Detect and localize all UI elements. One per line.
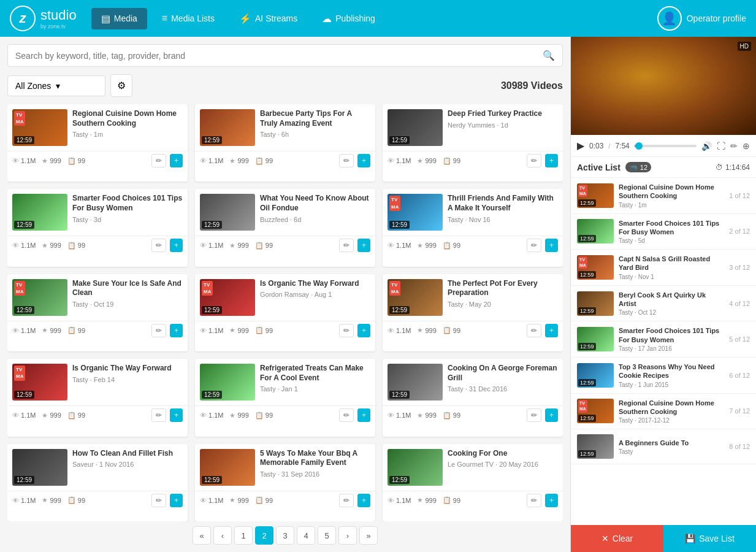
page-5[interactable]: 5	[318, 526, 336, 545]
list-item[interactable]: 12:59 A Beginners Guide To Tasty 8 of 12	[571, 429, 756, 464]
list-item[interactable]: TV MA 12:59 Regional Cuisine Down Home S…	[571, 394, 756, 430]
add-icon[interactable]: ⊕	[743, 141, 750, 151]
edit-card-button[interactable]: ✏	[527, 324, 541, 337]
list-item[interactable]: 12:59 Smarter Food Choices 101 Tips For …	[571, 321, 756, 358]
add-card-button[interactable]: +	[545, 324, 558, 337]
add-card-button[interactable]: +	[545, 408, 558, 422]
eye-icon: 👁	[12, 327, 19, 334]
add-card-button[interactable]: +	[357, 239, 370, 252]
add-card-button[interactable]: +	[545, 239, 558, 252]
star-icon: ★	[229, 157, 235, 165]
filter-button[interactable]: ⚙	[110, 74, 132, 97]
page-next[interactable]: ›	[338, 526, 357, 545]
video-card[interactable]: 12:59 What You Need To Know About Oil Fo…	[195, 189, 375, 266]
nav-media-lists[interactable]: ≡ Media Lists	[152, 8, 224, 29]
card-top: 12:59 How To Clean And Fillet Fish Saveu…	[7, 444, 188, 491]
progress-handle[interactable]	[635, 142, 643, 150]
video-card[interactable]: 12:59 Refrigerated Treats Can Make For A…	[195, 359, 375, 436]
save-list-button[interactable]: 💾 Save List	[663, 525, 756, 552]
list-item-title: A Beginners Guide To	[619, 439, 724, 447]
add-card-button[interactable]: +	[357, 494, 370, 507]
add-card-button[interactable]: +	[545, 154, 558, 167]
list-item[interactable]: 12:59 Beryl Cook S Art Quirky Uk Artist …	[571, 286, 756, 322]
clear-button[interactable]: ✕ Clear	[571, 525, 663, 552]
page-1[interactable]: 1	[234, 526, 253, 545]
page-4[interactable]: 4	[297, 526, 315, 545]
edit-card-button[interactable]: ✏	[151, 324, 166, 337]
edit-card-button[interactable]: ✏	[339, 154, 354, 167]
video-card[interactable]: TV MA 12:59 Regional Cuisine Down Home S…	[7, 104, 188, 182]
add-card-button[interactable]: +	[170, 408, 183, 422]
video-card[interactable]: TV MA 12:59 The Perfect Pot For Every Pr…	[383, 274, 563, 351]
list-item[interactable]: TV MA 12:59 Regional Cuisine Down Home S…	[571, 178, 756, 214]
page-last[interactable]: »	[359, 526, 378, 545]
edit-card-button[interactable]: ✏	[527, 239, 541, 252]
page-prev[interactable]: ‹	[213, 526, 232, 545]
edit-card-button[interactable]: ✏	[339, 494, 354, 507]
add-card-button[interactable]: +	[170, 494, 183, 507]
add-card-button[interactable]: +	[545, 494, 558, 507]
operator-profile[interactable]: 👤 Operator profile	[657, 6, 746, 31]
zone-select[interactable]: All Zones ▾	[7, 75, 105, 96]
play-button[interactable]: ▶	[577, 140, 584, 151]
edit-card-button[interactable]: ✏	[527, 408, 541, 422]
edit-card-button[interactable]: ✏	[527, 494, 541, 507]
list-item-position: 8 of 12	[728, 443, 750, 450]
star-icon: ★	[417, 157, 423, 165]
duration-badge: 12:59	[14, 306, 34, 314]
add-card-button[interactable]: +	[170, 154, 183, 167]
add-card-button[interactable]: +	[357, 408, 370, 422]
video-card[interactable]: 12:59 Barbecue Party Tips For A Truly Am…	[195, 104, 375, 182]
video-card[interactable]: TV MA 12:59 Is Organic The Way Forward T…	[7, 359, 188, 436]
video-card[interactable]: TV MA 12:59 Make Sure Your Ice Is Safe A…	[7, 274, 188, 351]
eye-icon: 👁	[388, 327, 394, 334]
card-info: Is Organic The Way Forward Tasty · Feb 1…	[72, 364, 183, 401]
nav-ai-streams[interactable]: ⚡ AI Streams	[229, 8, 307, 29]
edit-card-button[interactable]: ✏	[339, 408, 354, 422]
list-item-info: Regional Cuisine Down Home Southern Cook…	[619, 399, 724, 424]
list-duration-badge: 12:59	[578, 343, 596, 350]
add-card-button[interactable]: +	[357, 154, 370, 167]
list-item[interactable]: 12:59 Top 3 Reasons Why You Need Cookie …	[571, 358, 756, 394]
nav-media[interactable]: ▤ Media	[91, 8, 147, 29]
progress-bar[interactable]	[635, 145, 697, 147]
star-icon: ★	[42, 412, 48, 420]
edit-card-button[interactable]: ✏	[339, 239, 354, 252]
add-card-button[interactable]: +	[170, 324, 183, 337]
page-2[interactable]: 2	[255, 526, 273, 545]
edit-card-button[interactable]: ✏	[339, 324, 354, 337]
video-card[interactable]: 12:59 How To Clean And Fillet Fish Saveu…	[7, 444, 188, 521]
page-3[interactable]: 3	[276, 526, 294, 545]
video-card[interactable]: 12:59 Cooking On A George Foreman Grill …	[383, 359, 563, 436]
video-card[interactable]: TV MA 12:59 Is Organic The Way Forward G…	[195, 274, 375, 351]
duration-badge: 12:59	[389, 391, 410, 399]
edit-card-button[interactable]: ✏	[151, 408, 166, 422]
search-input[interactable]	[15, 51, 543, 61]
save-icon: 💾	[685, 534, 695, 543]
video-card[interactable]: 12:59 5 Ways To Make Your Bbq A Memorabl…	[195, 444, 375, 521]
list-item[interactable]: TV MA 12:59 Capt N Salsa S Grill Roasted…	[571, 250, 756, 286]
edit-card-button[interactable]: ✏	[151, 239, 166, 252]
edit-card-button[interactable]: ✏	[527, 154, 541, 167]
rating-badge: TV MA	[14, 111, 25, 126]
card-info: Barbecue Party Tips For A Truly Amazing …	[260, 109, 370, 146]
video-icon: 📹	[629, 163, 638, 171]
edit-card-button[interactable]: ✏	[151, 494, 166, 507]
nav-publishing[interactable]: ☁ Publishing	[312, 8, 385, 29]
time-total: 7:54	[615, 142, 629, 150]
page-first[interactable]: «	[193, 526, 211, 545]
expand-icon[interactable]: ⛶	[717, 141, 725, 151]
video-card[interactable]: 12:59 Smarter Food Choices 101 Tips For …	[7, 189, 188, 266]
preview-image	[571, 37, 756, 135]
video-card[interactable]: 12:59 Deep Fried Turkey Practice Nerdy Y…	[383, 104, 563, 182]
list-item[interactable]: 12:59 Smarter Food Choices 101 Tips For …	[571, 214, 756, 250]
add-card-button[interactable]: +	[357, 324, 370, 337]
edit-card-button[interactable]: ✏	[151, 154, 166, 167]
card-stats: 👁1.1M ★999 📋99 ✏ +	[383, 321, 563, 342]
view-count: 👁1.1M	[12, 412, 36, 419]
video-card[interactable]: 12:59 Cooking For One Le Gourmet TV · 20…	[383, 444, 563, 521]
edit-icon[interactable]: ✏	[730, 141, 738, 151]
video-card[interactable]: TV MA 12:59 Thrill Friends And Family Wi…	[383, 189, 563, 266]
add-card-button[interactable]: +	[170, 239, 183, 252]
volume-icon[interactable]: 🔊	[701, 141, 712, 151]
